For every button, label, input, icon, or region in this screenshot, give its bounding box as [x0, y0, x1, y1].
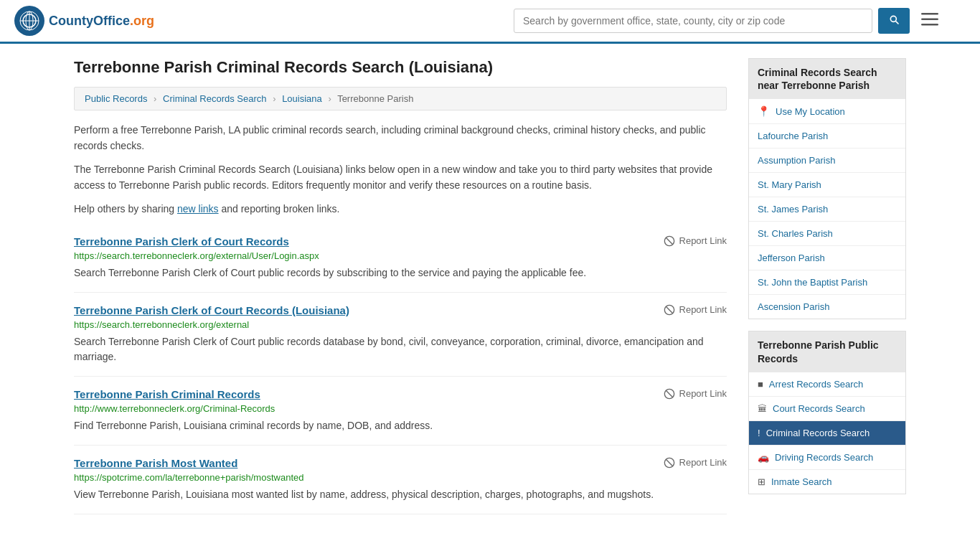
ascension-link[interactable]: Ascension Parish: [758, 301, 829, 312]
st-mary-link[interactable]: St. Mary Parish: [758, 179, 821, 190]
assumption-link[interactable]: Assumption Parish: [758, 155, 835, 166]
arrest-icon: ■: [758, 379, 763, 390]
record-item: Terrebonne Parish Most Wanted Report Lin…: [74, 446, 727, 514]
svg-rect-6: [921, 19, 938, 21]
sidebar-item-st-james[interactable]: St. James Parish: [749, 197, 905, 222]
breadcrumb-public-records[interactable]: Public Records: [85, 93, 147, 104]
public-records-title: Terrebonne Parish Public Records: [749, 331, 905, 372]
content-area: Terrebonne Parish Criminal Records Searc…: [74, 58, 727, 514]
record-item: Terrebonne Parish Clerk of Court Records…: [74, 293, 727, 377]
sidebar-item-use-my-location[interactable]: 📍 Use My Location: [749, 99, 905, 124]
record-desc: View Terrebonne Parish, Louisiana most w…: [74, 487, 727, 502]
report-link[interactable]: Report Link: [664, 235, 727, 247]
jefferson-link[interactable]: Jefferson Parish: [758, 253, 825, 263]
sidebar-item-ascension[interactable]: Ascension Parish: [749, 295, 905, 319]
menu-button[interactable]: [915, 9, 944, 33]
record-url: https://search.terrebonneclerk.org/exter…: [74, 319, 727, 330]
report-link[interactable]: Report Link: [664, 388, 727, 400]
record-url: https://spotcrime.com/la/terrebonne+pari…: [74, 472, 727, 483]
record-item: Terrebonne Parish Clerk of Court Records…: [74, 224, 727, 293]
court-icon: 🏛: [758, 403, 767, 414]
breadcrumb-louisiana[interactable]: Louisiana: [282, 93, 322, 104]
sidebar-item-driving-records[interactable]: 🚗 Driving Records Search: [749, 446, 905, 470]
sidebar-item-criminal-records[interactable]: ! Criminal Records Search: [749, 421, 905, 446]
page-title: Terrebonne Parish Criminal Records Searc…: [74, 58, 727, 77]
inmate-icon: ⊞: [758, 476, 765, 487]
nearby-section: Criminal Records Search near Terrebonne …: [748, 58, 906, 319]
sidebar-item-st-charles[interactable]: St. Charles Parish: [749, 222, 905, 246]
breadcrumb-criminal-records[interactable]: Criminal Records Search: [163, 93, 267, 104]
driving-icon: 🚗: [758, 452, 769, 463]
record-desc: Search Terrebonne Parish Clerk of Court …: [74, 334, 727, 364]
record-url: http://www.terrebonneclerk.org/Criminal-…: [74, 403, 727, 414]
use-my-location-link[interactable]: Use My Location: [776, 106, 845, 117]
record-item: Terrebonne Parish Criminal Records Repor…: [74, 377, 727, 446]
svg-rect-5: [921, 13, 938, 15]
header: CountyOffice.org: [0, 0, 980, 44]
nearby-section-title: Criminal Records Search near Terrebonne …: [749, 59, 905, 99]
sidebar-item-court-records[interactable]: 🏛 Court Records Search: [749, 397, 905, 421]
logo-icon: [14, 6, 44, 36]
record-link[interactable]: Terrebonne Parish Criminal Records: [74, 388, 260, 400]
search-area: [514, 8, 944, 34]
record-link[interactable]: Terrebonne Parish Clerk of Court Records…: [74, 304, 349, 316]
breadcrumb: Public Records › Criminal Records Search…: [74, 87, 727, 110]
st-john-link[interactable]: St. John the Baptist Parish: [758, 277, 867, 288]
record-link[interactable]: Terrebonne Parish Clerk of Court Records: [74, 235, 289, 248]
breadcrumb-current: Terrebonne Parish: [337, 93, 413, 104]
search-button[interactable]: [878, 8, 910, 34]
record-desc: Search Terrebonne Parish Clerk of Court …: [74, 265, 727, 281]
record-title: Terrebonne Parish Clerk of Court Records: [74, 235, 289, 248]
st-james-link[interactable]: St. James Parish: [758, 204, 828, 215]
sidebar-item-lafourche[interactable]: Lafourche Parish: [749, 124, 905, 149]
svg-line-9: [666, 237, 672, 244]
sidebar-item-assumption[interactable]: Assumption Parish: [749, 149, 905, 173]
report-link[interactable]: Report Link: [664, 304, 727, 316]
st-charles-link[interactable]: St. Charles Parish: [758, 228, 833, 239]
intro-paragraph-3: Help others by sharing new links and rep…: [74, 201, 727, 217]
sidebar-item-arrest-records[interactable]: ■ Arrest Records Search: [749, 372, 905, 397]
records-list: Terrebonne Parish Clerk of Court Records…: [74, 224, 727, 514]
intro-paragraph-2: The Terrebonne Parish Criminal Records S…: [74, 161, 727, 194]
main-container: Terrebonne Parish Criminal Records Searc…: [60, 44, 920, 529]
svg-line-13: [666, 390, 672, 397]
logo-area: CountyOffice.org: [14, 6, 154, 36]
record-title: Terrebonne Parish Most Wanted: [74, 457, 237, 469]
sidebar-item-st-john[interactable]: St. John the Baptist Parish: [749, 270, 905, 295]
intro-paragraph-1: Perform a free Terrebonne Parish, LA pub…: [74, 122, 727, 154]
svg-line-15: [666, 459, 672, 466]
criminal-records-link[interactable]: Criminal Records Search: [766, 428, 870, 438]
record-title: Terrebonne Parish Criminal Records: [74, 388, 260, 400]
arrest-records-link[interactable]: Arrest Records Search: [769, 379, 864, 390]
driving-records-link[interactable]: Driving Records Search: [775, 452, 873, 463]
report-link[interactable]: Report Link: [664, 457, 727, 468]
logo-text: CountyOffice.org: [49, 14, 154, 29]
sidebar-item-inmate-search[interactable]: ⊞ Inmate Search: [749, 470, 905, 494]
public-records-section: Terrebonne Parish Public Records ■ Arres…: [748, 331, 906, 494]
svg-rect-7: [921, 24, 938, 26]
sidebar-item-jefferson[interactable]: Jefferson Parish: [749, 246, 905, 270]
record-title: Terrebonne Parish Clerk of Court Records…: [74, 304, 349, 316]
new-links-link[interactable]: new links: [177, 203, 219, 215]
court-records-link[interactable]: Court Records Search: [773, 403, 865, 414]
inmate-search-link[interactable]: Inmate Search: [771, 476, 832, 487]
record-link[interactable]: Terrebonne Parish Most Wanted: [74, 457, 237, 469]
location-icon: 📍: [758, 105, 770, 117]
lafourche-link[interactable]: Lafourche Parish: [758, 131, 828, 141]
record-url: https://search.terrebonneclerk.org/exter…: [74, 250, 727, 261]
search-input[interactable]: [514, 9, 872, 33]
record-desc: Find Terrebonne Parish, Louisiana crimin…: [74, 418, 727, 433]
sidebar: Criminal Records Search near Terrebonne …: [748, 58, 906, 514]
sidebar-item-st-mary[interactable]: St. Mary Parish: [749, 173, 905, 197]
svg-line-11: [666, 306, 672, 313]
criminal-icon: !: [758, 428, 760, 438]
